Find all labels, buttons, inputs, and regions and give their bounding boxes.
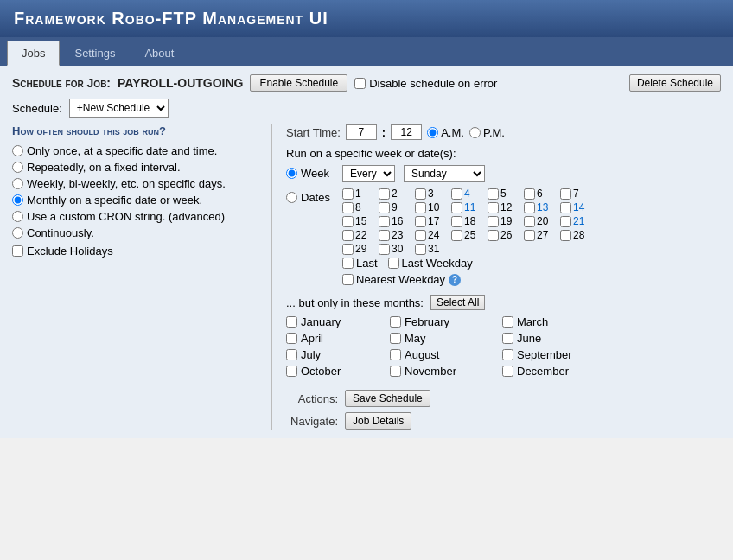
save-schedule-button[interactable]: Save Schedule — [345, 390, 430, 407]
last-weekday-checkbox[interactable] — [388, 258, 399, 269]
date-23[interactable]: 23 — [379, 229, 415, 241]
date-28[interactable]: 28 — [560, 229, 596, 241]
nearest-weekday-label: Nearest Weekday — [356, 273, 445, 286]
week-radio[interactable] — [286, 168, 297, 179]
date-9[interactable]: 9 — [379, 201, 415, 213]
last-label: Last — [356, 257, 378, 270]
disable-schedule-checkbox[interactable] — [354, 78, 366, 89]
month-february[interactable]: February — [390, 315, 502, 328]
month-april[interactable]: April — [286, 332, 390, 345]
date-14[interactable]: 14 — [560, 201, 596, 213]
exclude-holidays-option[interactable]: Exclude Holidays — [12, 245, 258, 258]
hour-input[interactable] — [346, 124, 377, 140]
radio-once[interactable]: Only once, at a specific date and time. — [12, 144, 258, 157]
dates-radio[interactable] — [286, 192, 297, 203]
radio-repeatedly-input[interactable] — [12, 162, 23, 173]
left-panel: How often should this job run? Only once… — [12, 124, 271, 430]
date-7[interactable]: 7 — [560, 188, 596, 200]
date-15[interactable]: 15 — [342, 215, 379, 227]
radio-weekly[interactable]: Weekly, bi-weekly, etc. on specific days… — [12, 177, 258, 190]
select-all-button[interactable]: Select All — [430, 295, 485, 310]
date-25[interactable]: 25 — [451, 229, 488, 241]
date-22[interactable]: 22 — [342, 229, 379, 241]
date-5[interactable]: 5 — [488, 188, 524, 200]
date-20[interactable]: 20 — [524, 215, 560, 227]
nearest-checkbox[interactable] — [342, 274, 354, 285]
actions-label: Actions: — [286, 392, 338, 405]
radio-cron-input[interactable] — [12, 211, 23, 222]
run-label: Run on a specific week or date(s): — [286, 147, 721, 160]
every-dropdown[interactable]: Every 1st 2nd 3rd 4th Last — [342, 165, 395, 182]
nav-tab-jobs[interactable]: Jobs — [7, 41, 60, 66]
date-27[interactable]: 27 — [524, 229, 560, 241]
month-march[interactable]: March — [502, 315, 606, 328]
radio-monthly-label: Monthly on a specific date or week. — [27, 194, 202, 207]
delete-schedule-button[interactable]: Delete Schedule — [629, 74, 721, 92]
date-19[interactable]: 19 — [488, 215, 524, 227]
date-12[interactable]: 12 — [488, 201, 524, 213]
nearest-info-icon[interactable]: ? — [449, 274, 461, 286]
date-8[interactable]: 8 — [342, 201, 379, 213]
date-4[interactable]: 4 — [451, 188, 488, 200]
date-6[interactable]: 6 — [524, 188, 560, 200]
am-radio[interactable] — [427, 127, 438, 138]
date-3[interactable]: 3 — [415, 188, 451, 200]
minute-input[interactable] — [391, 124, 422, 140]
radio-weekly-label: Weekly, bi-weekly, etc. on specific days… — [27, 177, 226, 190]
date-10[interactable]: 10 — [415, 201, 451, 213]
date-29[interactable]: 29 — [342, 243, 379, 255]
month-november[interactable]: November — [390, 365, 502, 378]
date-24[interactable]: 24 — [415, 229, 451, 241]
date-2[interactable]: 2 — [379, 188, 415, 200]
pm-label: P.M. — [483, 126, 505, 139]
date-1[interactable]: 1 — [342, 188, 379, 200]
date-17[interactable]: 17 — [415, 215, 451, 227]
date-31[interactable]: 31 — [415, 243, 451, 255]
date-18[interactable]: 18 — [451, 215, 488, 227]
radio-continuously[interactable]: Continuously. — [12, 226, 258, 239]
radio-continuously-input[interactable] — [12, 227, 23, 239]
nav-tab-settings[interactable]: Settings — [60, 41, 130, 66]
radio-weekly-input[interactable] — [12, 178, 23, 189]
job-details-button[interactable]: Job Details — [345, 412, 411, 430]
month-december[interactable]: December — [502, 365, 606, 378]
radio-monthly[interactable]: Monthly on a specific date or week. — [12, 194, 258, 207]
month-may[interactable]: May — [390, 332, 502, 345]
dates-label-container: Dates — [286, 188, 334, 204]
schedule-dropdown[interactable]: +New Schedule — [69, 99, 169, 118]
frequency-section-title: How often should this job run? — [12, 124, 258, 137]
week-section: Run on a specific week or date(s): Week … — [286, 147, 721, 286]
date-26[interactable]: 26 — [488, 229, 524, 241]
radio-cron[interactable]: Use a custom CRON string. (advanced) — [12, 210, 258, 223]
dates-label-text: Dates — [301, 191, 330, 204]
month-september[interactable]: September — [502, 348, 606, 361]
date-30[interactable]: 30 — [379, 243, 415, 255]
radio-monthly-input[interactable] — [12, 194, 23, 206]
pm-radio[interactable] — [469, 127, 481, 138]
month-june[interactable]: June — [502, 332, 606, 345]
date-16[interactable]: 16 — [379, 215, 415, 227]
radio-repeatedly[interactable]: Repeatedly, on a fixed interval. — [12, 161, 258, 174]
enable-schedule-button[interactable]: Enable Schedule — [250, 74, 347, 92]
nav-tab-about[interactable]: About — [130, 41, 188, 66]
date-11[interactable]: 11 — [451, 201, 488, 213]
disable-schedule-check[interactable]: Disable schedule on error — [354, 77, 497, 90]
pm-radio-label[interactable]: P.M. — [469, 126, 505, 139]
schedule-header: Schedule for Job: PAYROLL-OUTGOING Enabl… — [12, 74, 721, 92]
am-radio-label[interactable]: A.M. — [427, 126, 464, 139]
radio-once-input[interactable] — [12, 145, 23, 156]
last-checkbox[interactable] — [342, 258, 354, 269]
month-january[interactable]: January — [286, 315, 390, 328]
nearest-checkbox-label[interactable]: Nearest Weekday — [342, 273, 445, 286]
day-dropdown[interactable]: Sunday Monday Tuesday Wednesday Thursday… — [404, 165, 485, 182]
exclude-holidays-checkbox[interactable] — [12, 245, 23, 257]
date-13[interactable]: 13 — [524, 201, 560, 213]
last-checkbox-label[interactable]: Last — [342, 257, 378, 270]
date-21[interactable]: 21 — [560, 215, 596, 227]
month-october[interactable]: October — [286, 365, 390, 378]
month-july[interactable]: July — [286, 348, 390, 361]
last-weekday-checkbox-label[interactable]: Last Weekday — [388, 257, 473, 270]
app-title: Framework Robo-FTP Management UI — [14, 9, 328, 28]
month-august[interactable]: August — [390, 348, 502, 361]
last-row: Last Last Weekday — [342, 257, 596, 270]
